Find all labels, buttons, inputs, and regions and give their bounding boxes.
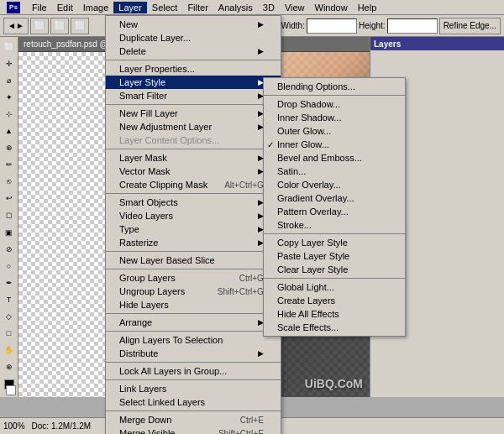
toolbar-row: ◄► ⬜ ⬜ ⬜ Width: Height: Refine Edge... — [0, 15, 504, 37]
canvas-area: retouch_psdfan.psd @ 100% (RGB/8) UiBQ.C… — [18, 37, 370, 397]
view-menu-item[interactable]: View — [280, 2, 310, 13]
wand-tool[interactable]: ✦ — [1, 89, 18, 105]
ps-icon: Ps — [7, 2, 20, 13]
path-tool[interactable]: ◇ — [1, 309, 18, 325]
menu-bar: Ps File Edit Image Layer Select Filter A… — [0, 0, 504, 15]
gradient-tool[interactable]: ▣ — [1, 224, 18, 240]
toolbar-btn-3[interactable]: ⬜ — [71, 18, 89, 34]
canvas-content: UiBQ.CoM — [18, 52, 370, 397]
clone-tool[interactable]: ⎋ — [1, 174, 18, 190]
width-label: Width: — [281, 21, 305, 30]
lasso-tool[interactable]: ⌀ — [1, 72, 18, 88]
menu-item-select-linked[interactable]: Select Linked Layers — [106, 395, 281, 409]
image-menu-item[interactable]: Image — [78, 2, 114, 13]
healing-tool[interactable]: ⊕ — [1, 140, 18, 156]
height-input[interactable] — [387, 18, 438, 34]
width-input[interactable] — [307, 18, 357, 34]
file-menu-item[interactable]: File — [27, 2, 52, 13]
toolbar-btn-2[interactable]: ⬜ — [50, 18, 69, 34]
doc-size: Doc: 1.2M/1.2M — [32, 421, 92, 431]
zoom-level: 100% — [3, 421, 25, 431]
eyedropper-tool[interactable]: ▲ — [1, 123, 18, 139]
zoom-tool[interactable]: ⊕ — [1, 359, 18, 375]
toolbar-arrow-btn[interactable]: ◄► — [3, 18, 29, 34]
right-panel: Layers — [370, 37, 504, 397]
canvas-image — [202, 52, 370, 397]
window-menu-item[interactable]: Window — [310, 2, 353, 13]
3d-menu-item[interactable]: 3D — [258, 2, 280, 13]
layers-panel-header: Layers — [370, 37, 504, 50]
filter-menu-item[interactable]: Filter — [182, 2, 213, 13]
move-tool[interactable]: ✛ — [1, 55, 18, 71]
analysis-menu-item[interactable]: Analysis — [213, 2, 258, 13]
background-color[interactable] — [6, 385, 16, 395]
toolbar-btn-1[interactable]: ⬜ — [30, 18, 49, 34]
help-menu-item[interactable]: Help — [353, 2, 382, 13]
history-tool[interactable]: ↩ — [1, 191, 18, 207]
blur-tool[interactable]: ⊘ — [1, 241, 18, 257]
brush-tool[interactable]: ✏ — [1, 157, 18, 173]
refine-edge-btn[interactable]: Refine Edge... — [439, 18, 501, 34]
toolbox: ⬜ ✛ ⌀ ✦ ⊹ ▲ ⊕ ✏ ⎋ ↩ ◻ ▣ ⊘ ○ ✒ T ◇ □ ✋ ⊕ — [0, 37, 18, 397]
layers-panel-title: Layers — [374, 39, 401, 49]
ps-menu-item[interactable]: Ps — [2, 1, 27, 14]
crop-tool[interactable]: ⊹ — [1, 106, 18, 122]
panel-body — [370, 50, 504, 397]
eraser-tool[interactable]: ◻ — [1, 207, 18, 223]
sep11 — [106, 410, 281, 411]
shape-tool[interactable]: □ — [1, 326, 18, 342]
type-tool[interactable]: T — [1, 291, 18, 307]
dodge-tool[interactable]: ○ — [1, 258, 18, 274]
canvas-filename: retouch_psdfan.psd @ 100% (RGB/8) — [24, 39, 165, 49]
pen-tool[interactable]: ✒ — [1, 275, 18, 290]
edit-menu-item[interactable]: Edit — [52, 2, 78, 13]
canvas-title-bar: retouch_psdfan.psd @ 100% (RGB/8) — [18, 37, 370, 52]
height-label: Height: — [359, 21, 386, 30]
layer-menu-item[interactable]: Layer — [113, 2, 147, 13]
status-bar: 100% Doc: 1.2M/1.2M — [0, 417, 504, 434]
select-menu-item[interactable]: Select — [147, 2, 183, 13]
main-area: ⬜ ✛ ⌀ ✦ ⊹ ▲ ⊕ ✏ ⎋ ↩ ◻ ▣ ⊘ ○ ✒ T ◇ □ ✋ ⊕ … — [0, 37, 504, 397]
marquee-tool[interactable]: ⬜ — [1, 39, 18, 55]
hand-tool[interactable]: ✋ — [1, 342, 18, 358]
watermark: UiBQ.CoM — [305, 377, 363, 390]
